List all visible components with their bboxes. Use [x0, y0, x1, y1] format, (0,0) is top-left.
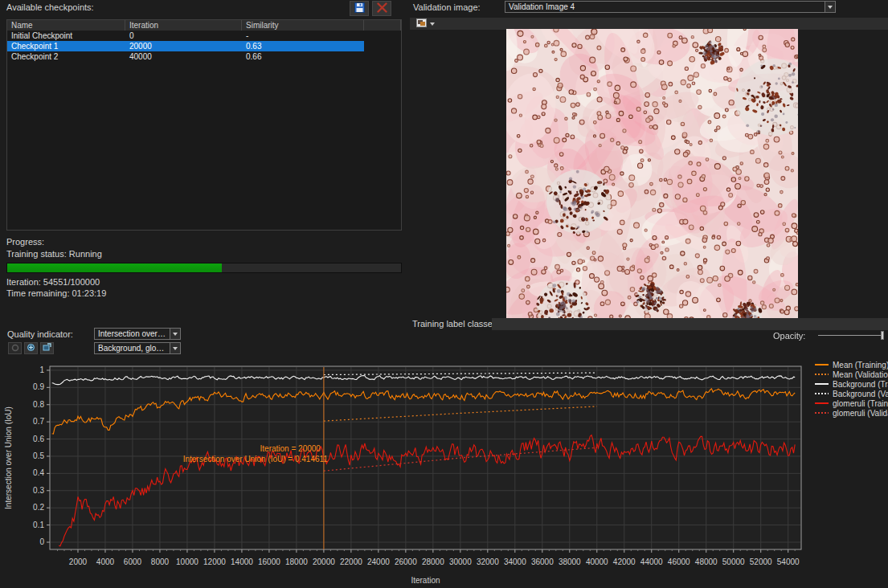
dropdown-arrow-button[interactable]	[170, 329, 180, 339]
svg-text:0.8: 0.8	[33, 400, 44, 409]
table-cell: 40000	[125, 51, 242, 62]
legend-swatch-dotted	[815, 374, 829, 375]
legend-label: Mean (Validation)	[833, 370, 888, 379]
svg-text:0.3: 0.3	[33, 486, 44, 495]
svg-text:0.2: 0.2	[33, 503, 44, 512]
table-cell: Initial Checkpoint	[7, 31, 125, 41]
iteration-count-label: Iteration: 54551/100000	[6, 277, 100, 287]
svg-text:44000: 44000	[640, 557, 663, 566]
legend-swatch-solid	[815, 383, 829, 385]
svg-text:4000: 4000	[96, 557, 115, 566]
svg-text:24000: 24000	[367, 557, 390, 566]
checkpoints-table-header: Name Iteration Similarity	[7, 20, 401, 31]
svg-text:34000: 34000	[504, 557, 526, 566]
iou-chart[interactable]: 2000400060008000100001200014000160001800…	[0, 357, 888, 588]
table-cell: 0.66	[242, 51, 364, 62]
legend-label: Mean (Training)	[833, 361, 888, 370]
svg-text:54000: 54000	[777, 557, 800, 566]
legend-swatch-dotted	[815, 393, 829, 394]
reset-zoom-icon	[43, 343, 51, 353]
svg-text:0.7: 0.7	[33, 417, 44, 426]
svg-text:20000: 20000	[313, 557, 335, 566]
svg-text:Iteration: Iteration	[411, 576, 440, 585]
delete-x-icon	[377, 2, 387, 14]
record-chart-button[interactable]	[8, 342, 22, 354]
fit-view-icon	[27, 343, 35, 353]
svg-text:28000: 28000	[422, 557, 444, 566]
svg-text:30000: 30000	[449, 557, 472, 566]
table-row[interactable]: Initial Checkpoint0-	[7, 31, 401, 41]
overlay-options-button[interactable]	[416, 18, 435, 29]
delete-checkpoint-button[interactable]	[372, 1, 391, 16]
svg-text:0.1: 0.1	[33, 521, 44, 529]
legend-item: glomeruli (Training)	[815, 398, 888, 408]
save-icon	[354, 2, 365, 14]
fit-view-button[interactable]	[24, 342, 38, 354]
legend-item: Background (Training...	[815, 379, 888, 389]
image-view-toolbar	[410, 18, 888, 30]
column-header-similarity[interactable]: Similarity	[242, 20, 364, 31]
slider-thumb[interactable]	[881, 331, 884, 340]
table-row[interactable]: Checkpoint 2400000.66	[7, 51, 401, 62]
svg-text:12000: 12000	[203, 557, 226, 566]
legend-label: Background (Training...	[833, 380, 888, 389]
legend-swatch-solid	[815, 364, 829, 365]
save-checkpoint-button[interactable]	[350, 1, 369, 16]
svg-text:0.4: 0.4	[33, 468, 44, 477]
quality-classes-dropdown[interactable]: Background, glomeruli	[94, 342, 181, 354]
legend-item: Mean (Training)	[815, 360, 888, 370]
dropdown-arrow-button[interactable]	[170, 343, 180, 353]
svg-text:0: 0	[39, 537, 44, 546]
training-label-classes-bar	[492, 318, 888, 330]
svg-text:0.6: 0.6	[33, 435, 44, 443]
chevron-down-icon	[173, 333, 178, 336]
column-header-name[interactable]: Name	[7, 20, 125, 31]
chart-legend: Mean (Training)Mean (Validation)Backgrou…	[815, 360, 888, 418]
reset-zoom-button[interactable]	[40, 342, 54, 354]
svg-text:22000: 22000	[340, 557, 362, 566]
table-row[interactable]: Checkpoint 1200000.63	[7, 41, 401, 51]
svg-text:1: 1	[39, 365, 44, 374]
table-cell: 0.63	[242, 41, 364, 51]
svg-text:0.9: 0.9	[33, 382, 44, 391]
column-header-filler	[364, 20, 401, 31]
progress-heading: Progress:	[6, 237, 44, 247]
legend-label: glomeruli (Validatio...	[833, 409, 888, 418]
svg-text:48000: 48000	[695, 557, 718, 566]
available-checkpoints-label: Available checkpoints:	[6, 2, 94, 12]
svg-text:38000: 38000	[559, 557, 581, 566]
column-header-iteration[interactable]: Iteration	[125, 20, 242, 31]
dropdown-arrow-button[interactable]	[825, 2, 835, 12]
svg-text:32000: 32000	[477, 557, 499, 566]
table-cell: Checkpoint 2	[7, 51, 125, 62]
quality-indicator-dropdown[interactable]: Intersection over Union (IoU)	[94, 328, 181, 340]
overlay-options-icon	[416, 18, 427, 29]
legend-item: Mean (Validation)	[815, 370, 888, 379]
slider-track	[818, 335, 884, 336]
svg-text:Intersection over Union (IoU): Intersection over Union (IoU) = 0.414611	[183, 455, 329, 463]
quality-indicator-value: Intersection over Union (IoU)	[95, 329, 170, 338]
validation-image-value: Validation Image 4	[505, 2, 825, 11]
legend-label: Background (Validati...	[833, 390, 888, 398]
svg-text:36000: 36000	[531, 557, 554, 566]
table-cell: 0	[125, 31, 242, 41]
svg-text:2000: 2000	[69, 557, 88, 566]
validation-histology-image[interactable]	[506, 29, 798, 320]
table-cell: -	[242, 31, 364, 41]
progress-fill	[7, 263, 222, 272]
quality-classes-value: Background, glomeruli	[95, 344, 170, 353]
chevron-down-icon	[430, 22, 435, 26]
quality-indicator-label: Quality indicator:	[7, 329, 73, 339]
svg-text:50000: 50000	[722, 557, 745, 566]
checkpoints-table: Name Iteration Similarity Initial Checkp…	[6, 19, 402, 231]
table-cell	[364, 31, 401, 41]
training-label-classes-label: Training label classes:	[412, 319, 499, 329]
svg-text:16000: 16000	[258, 557, 280, 566]
validation-image-dropdown[interactable]: Validation Image 4	[505, 1, 836, 13]
svg-text:26000: 26000	[395, 557, 417, 566]
time-remaining-label: Time remaining: 01:23:19	[6, 288, 106, 298]
training-progress-bar	[6, 263, 402, 273]
record-icon	[11, 344, 19, 353]
svg-text:Iteration = 20000: Iteration = 20000	[260, 444, 321, 453]
opacity-slider[interactable]	[818, 331, 884, 341]
